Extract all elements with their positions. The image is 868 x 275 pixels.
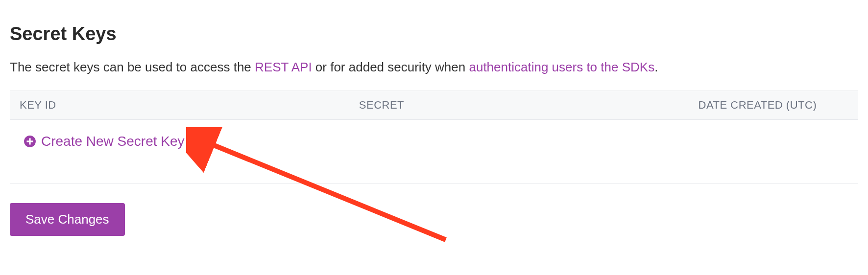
section-divider	[10, 183, 858, 183]
column-header-date-created: DATE CREATED (UTC)	[689, 91, 858, 120]
table-header-row: KEY ID SECRET DATE CREATED (UTC)	[10, 91, 858, 120]
rest-api-link[interactable]: REST API	[255, 60, 312, 74]
create-new-secret-key-button[interactable]: Create New Secret Key	[24, 134, 185, 149]
column-header-secret: SECRET	[349, 91, 689, 120]
secret-keys-table: KEY ID SECRET DATE CREATED (UTC) Create …	[10, 91, 858, 163]
description-suffix: .	[654, 60, 658, 74]
description-middle: or for added security when	[312, 60, 469, 74]
save-changes-button[interactable]: Save Changes	[10, 203, 125, 236]
plus-circle-icon	[24, 135, 36, 148]
create-key-label: Create New Secret Key	[41, 134, 185, 149]
column-header-key-id: KEY ID	[10, 91, 349, 120]
svg-rect-2	[29, 138, 30, 145]
page-title: Secret Keys	[10, 23, 858, 45]
create-key-row: Create New Secret Key	[10, 120, 858, 164]
auth-sdk-link[interactable]: authenticating users to the SDKs	[469, 60, 654, 74]
description-text: The secret keys can be used to access th…	[10, 58, 858, 76]
description-prefix: The secret keys can be used to access th…	[10, 60, 255, 74]
